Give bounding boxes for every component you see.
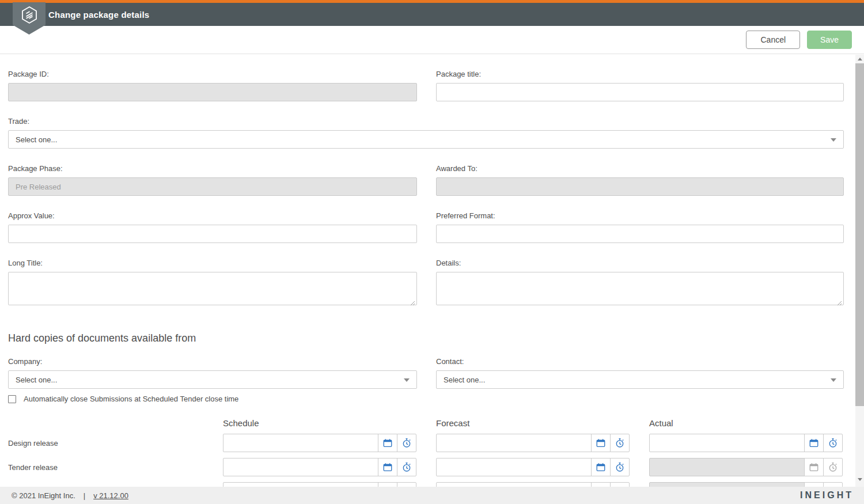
clock-icon-button[interactable] <box>610 458 630 476</box>
scroll-down-arrow-icon[interactable] <box>855 475 864 484</box>
forecast-date-group <box>436 434 630 452</box>
date-row-label: Design release <box>8 439 223 448</box>
actual-date-group <box>649 434 843 452</box>
clock-icon-button[interactable] <box>610 434 630 452</box>
footer-separator: | <box>84 491 85 500</box>
app-header: Change package details <box>0 0 864 26</box>
long-title-label: Long Title: <box>8 259 417 267</box>
forecast-column-header: Forecast <box>436 418 630 428</box>
clock-icon-button[interactable] <box>397 482 416 487</box>
scrollbar-thumb[interactable] <box>855 63 864 406</box>
stopwatch-icon <box>615 438 625 448</box>
forecast-date-group <box>436 482 630 487</box>
form-content: Package ID: Package title: Trade: Select… <box>8 55 844 487</box>
page-title: Change package details <box>48 3 149 26</box>
calendar-icon-button[interactable] <box>378 458 397 476</box>
contact-select[interactable]: Select one... <box>436 370 844 389</box>
chevron-down-icon <box>831 378 836 382</box>
copyright-text: © 2021 InEight Inc. <box>12 491 75 500</box>
vertical-scrollbar[interactable] <box>855 55 864 487</box>
clock-icon-button[interactable] <box>610 482 630 487</box>
calendar-icon <box>809 462 819 472</box>
hard-copies-section-heading: Hard copies of documents available from <box>8 332 844 344</box>
package-phase-field <box>8 177 417 196</box>
auto-close-checkbox-row: Automatically close Submissions at Sched… <box>8 395 844 403</box>
stopwatch-icon <box>828 462 838 472</box>
calendar-icon-button[interactable] <box>591 482 611 487</box>
awarded-to-field <box>436 177 844 196</box>
schedule-column-header: Schedule <box>223 418 416 428</box>
awarded-to-label: Awarded To: <box>436 164 844 173</box>
actual-date-group <box>649 482 843 487</box>
calendar-icon-button <box>804 458 824 476</box>
calendar-icon-button <box>804 482 824 487</box>
version-link[interactable]: v 21.12.00 <box>93 491 128 500</box>
company-select[interactable]: Select one... <box>8 370 417 389</box>
clock-icon-button[interactable] <box>823 434 843 452</box>
calendar-icon <box>596 462 606 472</box>
schedule-date-input[interactable] <box>223 458 378 476</box>
actual-date-input[interactable] <box>649 434 805 452</box>
actual-date-input <box>649 458 805 476</box>
company-select-value: Select one... <box>16 376 57 384</box>
ineight-wordmark-logo: INEIGHT <box>800 490 854 501</box>
chevron-down-icon <box>831 138 836 142</box>
package-title-field[interactable] <box>436 83 844 101</box>
scroll-up-arrow-icon[interactable] <box>855 55 864 63</box>
trade-select[interactable]: Select one... <box>8 130 844 149</box>
forecast-date-input[interactable] <box>436 458 592 476</box>
auto-close-checkbox-label: Automatically close Submissions at Sched… <box>24 395 238 403</box>
package-title-label: Package title: <box>436 70 844 78</box>
clock-icon-button <box>823 458 843 476</box>
actual-date-input <box>649 482 805 487</box>
forecast-date-input[interactable] <box>436 434 592 452</box>
forecast-date-group <box>436 458 630 476</box>
package-id-label: Package ID: <box>8 70 417 78</box>
company-label: Company: <box>8 357 417 366</box>
calendar-icon <box>382 462 393 472</box>
contact-select-value: Select one... <box>444 376 485 384</box>
cancel-button[interactable]: Cancel <box>746 31 800 49</box>
date-row: Design release <box>8 434 844 452</box>
chevron-down-icon <box>404 378 410 382</box>
preferred-format-label: Preferred Format: <box>436 211 844 220</box>
approx-value-field[interactable] <box>8 225 417 243</box>
trade-select-value: Select one... <box>16 135 57 144</box>
package-id-field <box>8 83 417 101</box>
schedule-date-group <box>223 458 416 476</box>
calendar-icon-button[interactable] <box>804 434 824 452</box>
clock-icon-button <box>823 482 843 487</box>
dates-table-header: Schedule Forecast Actual <box>8 418 844 428</box>
calendar-icon <box>596 438 606 448</box>
date-row: Tender close <box>8 482 844 487</box>
clock-icon-button[interactable] <box>397 458 416 476</box>
auto-close-checkbox[interactable] <box>8 395 16 403</box>
schedule-date-group <box>223 434 416 452</box>
long-title-field[interactable] <box>8 272 417 305</box>
clock-icon-button[interactable] <box>397 434 416 452</box>
calendar-icon-button[interactable] <box>591 434 611 452</box>
schedule-date-input[interactable] <box>223 434 378 452</box>
preferred-format-field[interactable] <box>436 225 844 243</box>
ineight-hexagon-icon <box>21 6 38 24</box>
save-button[interactable]: Save <box>807 31 852 49</box>
stopwatch-icon <box>615 462 625 472</box>
actual-column-header: Actual <box>649 418 843 428</box>
details-field[interactable] <box>436 272 844 305</box>
approx-value-label: Approx Value: <box>8 211 417 220</box>
schedule-date-group <box>223 482 416 487</box>
schedule-date-input[interactable] <box>223 482 378 487</box>
dates-table-body: Design release <box>8 434 844 487</box>
stopwatch-icon <box>401 438 412 448</box>
change-package-details-window: Change package details Cancel Save Packa… <box>0 0 864 504</box>
forecast-date-input[interactable] <box>436 482 592 487</box>
app-footer: © 2021 InEight Inc. | v 21.12.00 INEIGHT <box>0 487 864 504</box>
calendar-icon-button[interactable] <box>378 482 397 487</box>
calendar-icon <box>382 438 393 448</box>
calendar-icon-button[interactable] <box>378 434 397 452</box>
actual-date-group <box>649 458 843 476</box>
calendar-icon-button[interactable] <box>591 458 611 476</box>
trade-label: Trade: <box>8 117 844 126</box>
details-label: Details: <box>436 259 844 267</box>
stopwatch-icon <box>401 462 412 472</box>
